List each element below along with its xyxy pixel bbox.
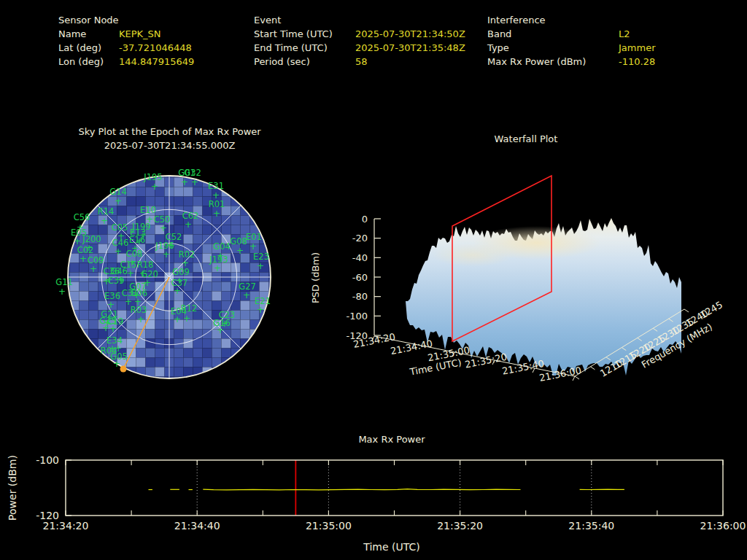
satellite-label: J193	[209, 254, 228, 265]
max-rx-power-series	[203, 489, 520, 490]
satellite-label: E16	[129, 235, 145, 245]
satellite-label: C19	[107, 316, 124, 327]
satellite-marker-icon: +	[213, 209, 220, 219]
interference-panel: Interference Band L2 Type Jammer Max Rx …	[487, 13, 655, 69]
satellite-marker-icon: +	[236, 246, 244, 256]
sensor-node-panel-title: Sensor Node	[58, 13, 194, 27]
psd-tick-label: -20	[352, 233, 368, 244]
waterfall-time-tick-label: 21:36:00	[538, 365, 582, 384]
satellite-label: J195	[143, 172, 162, 182]
waterfall-plot: 0-20-40-60-80-100-120PSD (dBm)21:34:2021…	[310, 176, 724, 384]
satellite-label: G05	[110, 351, 128, 362]
waterfall-freq-tick-label: 1245	[698, 299, 724, 321]
psd-tick-label: -80	[352, 291, 368, 302]
sensor-node-panel: Sensor Node Name KEPK_SN Lat (deg) -37.7…	[58, 13, 194, 69]
power-plot-title: Max Rx Power	[319, 432, 465, 446]
time-tick-label: 21:35:40	[568, 520, 614, 532]
satellite-label: G46	[110, 266, 128, 276]
sky-plot: +J195+G14+R14+E10+C56+E05+J200+C05+J199+…	[55, 168, 278, 386]
max-rx-power-plot: 21:34:2021:34:4021:35:0021:35:2021:35:40…	[7, 454, 746, 553]
satellite-marker-icon: +	[58, 287, 66, 297]
satellite-label: R14	[98, 206, 115, 217]
interference-type-row: Type Jammer	[487, 41, 655, 55]
sensor-lat-label: Lat (deg)	[58, 41, 119, 55]
satellite-label: G08	[230, 236, 247, 246]
interference-band-row: Band L2	[487, 27, 655, 41]
interference-type-value: Jammer	[619, 41, 655, 55]
plot-frame	[66, 460, 723, 516]
sensor-lon-label: Lon (deg)	[58, 55, 119, 69]
interference-power-row: Max Rx Power (dBm) -110.28	[487, 55, 655, 69]
satellite-label: R03	[131, 305, 147, 315]
event-panel-title: Event	[254, 13, 465, 27]
event-panel: Event Start Time (UTC) 2025-07-30T21:34:…	[254, 13, 465, 69]
satellite-marker-icon: +	[80, 254, 87, 264]
event-start-label: Start Time (UTC)	[254, 27, 355, 41]
satellite-marker-icon: +	[127, 268, 134, 279]
satellite-label: C50	[154, 214, 171, 225]
satellite-label: R01	[209, 199, 225, 209]
satellite-marker-icon: +	[101, 216, 108, 226]
interference-band-label: Band	[487, 27, 619, 41]
psd-tick-label: -60	[352, 272, 368, 283]
satellite-marker-icon: +	[214, 263, 221, 273]
psd-tick-label: -40	[352, 252, 368, 263]
sensor-lon-row: Lon (deg) 144.847915649	[58, 55, 194, 69]
interference-power-value: -110.28	[619, 55, 655, 69]
satellite-label: C39	[108, 276, 125, 286]
jammer-dot	[120, 366, 127, 373]
satellite-label: J196	[155, 241, 174, 251]
satellite-label: E31	[208, 181, 224, 191]
satellite-label: C56	[74, 212, 90, 222]
satellite-label: C09	[88, 255, 104, 265]
satellite-label: C02	[77, 245, 94, 255]
time-tick-label: 21:34:20	[43, 520, 89, 532]
satellite-label: R18	[137, 260, 154, 270]
satellite-marker-icon: +	[181, 177, 188, 187]
power-axis-label: Power (dBm)	[7, 455, 18, 521]
satellite-label: E04	[171, 306, 187, 316]
time-tick-label: 21:36:00	[700, 520, 746, 532]
sensor-lat-value: -37.721046448	[119, 41, 192, 55]
satellite-label: E36	[104, 291, 120, 301]
time-tick-label: 21:35:00	[306, 520, 352, 532]
satellite-label: E06	[131, 288, 147, 298]
satellite-marker-icon: +	[163, 249, 170, 260]
power-tick-label: -100	[36, 454, 59, 466]
psd-tick-label: -100	[346, 311, 368, 322]
satellite-label: E01	[246, 232, 262, 242]
satellite-label: G04	[213, 241, 231, 252]
event-period-row: Period (sec) 58	[254, 55, 465, 69]
satellite-marker-icon: +	[191, 177, 198, 187]
satellite-label: G09	[172, 267, 190, 277]
sensor-name-row: Name KEPK_SN	[58, 27, 194, 41]
psd-tick-label: 0	[362, 214, 368, 225]
sensor-lon-value: 144.847915649	[119, 55, 194, 69]
time-tick-label: 21:34:40	[174, 520, 220, 532]
sensor-name-label: Name	[58, 27, 119, 41]
satellite-marker-icon: +	[90, 264, 97, 274]
sensor-lat-row: Lat (deg) -37.721046448	[58, 41, 194, 55]
surface-highlight	[433, 244, 513, 267]
satellite-label: G11	[55, 277, 73, 287]
satellite-label: G14	[109, 187, 127, 197]
satellite-label: C46	[112, 238, 129, 248]
satellite-label: C62	[182, 211, 199, 221]
satellite-marker-icon: +	[151, 182, 158, 192]
satellite-label: C37	[171, 278, 188, 288]
time-axis-label: Time (UTC)	[363, 541, 419, 553]
event-start-value: 2025-07-30T21:34:50Z	[355, 27, 465, 41]
waterfall-plot-title: Waterfall Plot	[453, 132, 599, 146]
satellite-label: E21	[255, 296, 271, 306]
event-period-value: 58	[355, 55, 368, 69]
satellite-label: E23	[253, 252, 269, 262]
satellite-marker-icon: +	[137, 314, 144, 324]
satellite-label: G27	[239, 281, 256, 292]
interference-band-value: L2	[619, 27, 630, 41]
sky-plot-title: Sky Plot at the Epoch of Max Rx Power 20…	[29, 125, 310, 152]
interference-panel-title: Interference	[487, 13, 655, 27]
event-start-row: Start Time (UTC) 2025-07-30T21:34:50Z	[254, 27, 465, 41]
satellite-marker-icon: +	[115, 196, 122, 206]
plots-canvas: +J195+G14+R14+E10+C56+E05+J200+C05+J199+…	[0, 0, 747, 560]
satellite-label: G16	[213, 318, 231, 328]
